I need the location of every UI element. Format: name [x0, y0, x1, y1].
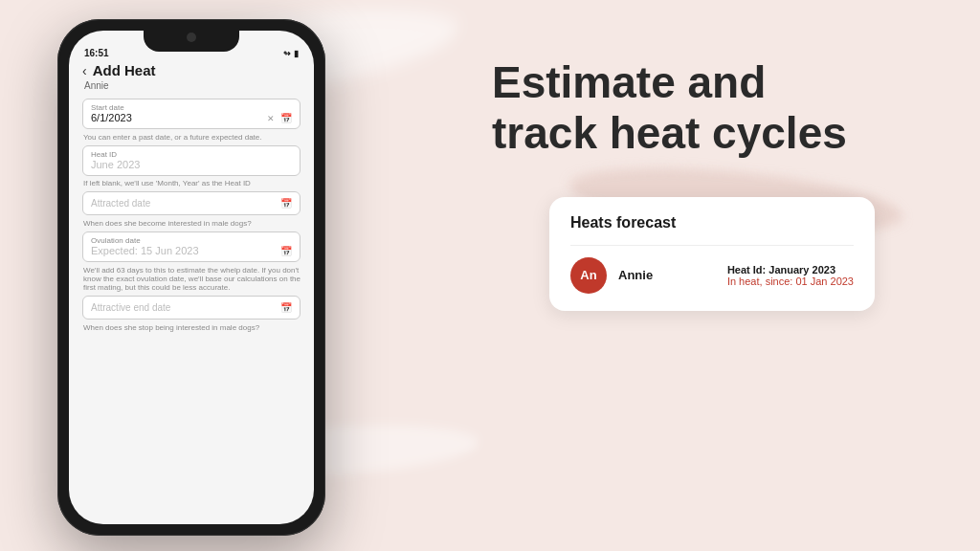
ovulation-date-placeholder: Expected: 15 Jun 2023: [91, 245, 199, 256]
forecast-title: Heats forecast: [570, 214, 854, 231]
clear-icon[interactable]: ✕: [267, 114, 275, 123]
attracted-date-field[interactable]: Attracted date 📅: [82, 191, 301, 215]
attracted-date-label: Attracted date: [91, 198, 150, 209]
ovulation-date-hint: We'll add 63 days to this to estimate th…: [82, 266, 301, 292]
attractive-end-hint: When does she stop being interested in m…: [82, 323, 301, 332]
screen-subtitle: Annie: [82, 80, 301, 91]
avatar: An: [570, 257, 607, 294]
attracted-date-hint: When does she become interested in male …: [82, 219, 301, 228]
avatar-initials: An: [580, 268, 596, 282]
phone-camera: [187, 33, 196, 42]
heat-id-label: Heat ID: [91, 150, 292, 159]
attractive-end-calendar-icon[interactable]: 📅: [280, 302, 292, 313]
start-date-field[interactable]: Start date 6/1/2023 ✕ 📅: [82, 99, 301, 129]
forecast-status: In heat, since: 01 Jan 2023: [727, 276, 854, 287]
hero-text: Estimate and track heat cycles: [492, 57, 942, 159]
ovulation-date-field[interactable]: Ovulation date Expected: 15 Jun 2023 📅: [82, 231, 301, 262]
hero-line1: Estimate and: [492, 57, 766, 107]
phone-frame: 16:51 ↬ ▮ ‹ Add Heat Annie Start date: [57, 19, 325, 536]
attracted-calendar-icon[interactable]: 📅: [280, 198, 292, 209]
phone-mockup: 16:51 ↬ ▮ ‹ Add Heat Annie Start date: [57, 19, 325, 536]
screen-title: Add Heat: [93, 62, 156, 78]
status-time: 16:51: [84, 48, 109, 58]
ovulation-date-label: Ovulation date: [91, 236, 292, 245]
phone-screen: 16:51 ↬ ▮ ‹ Add Heat Annie Start date: [69, 31, 314, 524]
forecast-heat-id: Heat Id: January 2023: [727, 264, 854, 276]
right-panel: Estimate and track heat cycles Heats for…: [492, 57, 942, 311]
heat-id-hint: If left blank, we'll use 'Month, Year' a…: [82, 179, 301, 187]
forecast-card: Heats forecast An Annie Heat Id: January…: [549, 197, 875, 311]
forecast-info: Annie: [618, 268, 716, 282]
back-button[interactable]: ‹: [82, 63, 87, 78]
calendar-icon[interactable]: 📅: [280, 113, 292, 123]
start-date-value: 6/1/2023: [91, 112, 132, 123]
heat-id-field[interactable]: Heat ID June 2023: [82, 145, 301, 176]
hero-line2: track heat cycles: [492, 108, 847, 158]
forecast-row: An Annie Heat Id: January 2023 In heat, …: [570, 257, 854, 294]
app-header: ‹ Add Heat: [82, 62, 301, 78]
attractive-end-field[interactable]: Attractive end date 📅: [82, 296, 301, 320]
wifi-icon: ↬: [283, 49, 291, 58]
heat-id-placeholder: June 2023: [91, 159, 140, 170]
forecast-divider: [570, 245, 854, 246]
start-date-label: Start date: [91, 103, 292, 112]
ovulation-calendar-icon[interactable]: 📅: [280, 246, 292, 256]
forecast-details: Heat Id: January 2023 In heat, since: 01…: [727, 264, 854, 287]
status-icons: ↬ ▮: [283, 49, 299, 58]
forecast-dog-name: Annie: [618, 268, 716, 282]
app-content: ‹ Add Heat Annie Start date 6/1/2023 ✕ 📅: [69, 62, 314, 518]
battery-icon: ▮: [294, 49, 299, 58]
attractive-end-label: Attractive end date: [91, 302, 170, 313]
start-date-hint: You can enter a past date, or a future e…: [82, 133, 301, 142]
